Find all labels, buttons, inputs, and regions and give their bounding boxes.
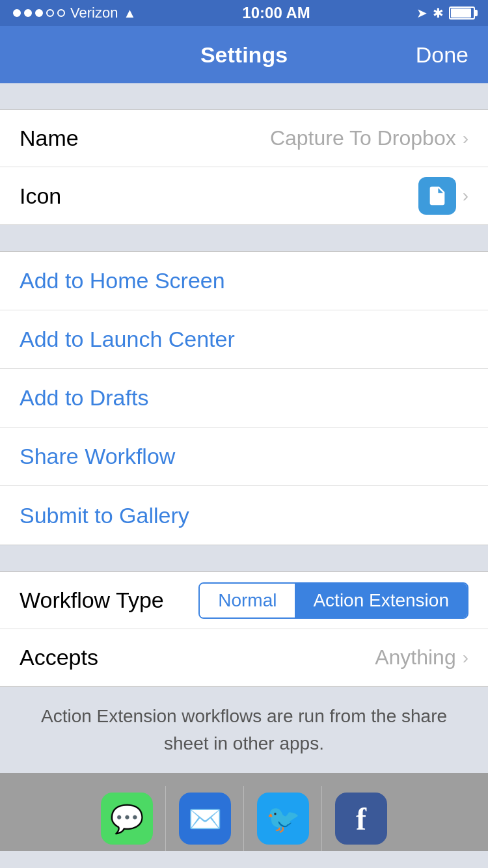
accepts-value-container: Anything › <box>375 645 468 670</box>
description-text: Action Extension workflows are run from … <box>0 687 488 773</box>
name-label: Name <box>20 126 79 151</box>
nav-title: Settings <box>200 42 288 68</box>
signal-dot-4 <box>46 9 54 17</box>
workflow-type-label: Workflow Type <box>20 588 164 613</box>
signal-dot-1 <box>13 9 21 17</box>
section-gap-1 <box>0 83 488 109</box>
share-sheet-preview: 💬 ✉️ 🐦 f <box>0 773 488 851</box>
share-workflow-label: Share Workflow <box>20 444 175 469</box>
done-button[interactable]: Done <box>416 42 468 68</box>
section-gap-3 <box>0 545 488 571</box>
share-icons-row: 💬 ✉️ 🐦 f <box>88 786 400 851</box>
add-to-drafts-label: Add to Drafts <box>20 385 148 411</box>
share-workflow-row[interactable]: Share Workflow <box>0 427 488 486</box>
add-to-home-screen-row[interactable]: Add to Home Screen <box>0 252 488 310</box>
name-value: Capture To Dropbox <box>270 126 456 150</box>
battery-fill <box>451 8 471 18</box>
status-right: ➤ ✱ <box>416 5 475 21</box>
add-to-launch-center-row[interactable]: Add to Launch Center <box>0 310 488 369</box>
signal-dot-2 <box>24 9 32 17</box>
signal-dots <box>13 9 65 17</box>
action-extension-segment-button[interactable]: Action Extension <box>295 584 467 617</box>
share-icon-twitter: 🐦 <box>244 786 322 851</box>
nav-bar: Settings Done <box>0 26 488 83</box>
signal-dot-5 <box>57 9 65 17</box>
submit-to-gallery-row[interactable]: Submit to Gallery <box>0 486 488 545</box>
name-value-container: Capture To Dropbox › <box>270 126 468 150</box>
messages-app-icon: 💬 <box>101 793 153 845</box>
signal-dot-3 <box>35 9 43 17</box>
bluetooth-icon: ✱ <box>433 5 444 21</box>
name-icon-section: Name Capture To Dropbox › Icon › <box>0 109 488 225</box>
section-gap-2 <box>0 225 488 251</box>
add-to-drafts-row[interactable]: Add to Drafts <box>0 369 488 427</box>
mail-icon-glyph: ✉️ <box>188 803 222 835</box>
name-chevron-icon: › <box>463 128 468 149</box>
mail-app-icon: ✉️ <box>179 793 231 845</box>
share-icon-messages: 💬 <box>88 786 166 851</box>
workflow-type-section: Workflow Type Normal Action Extension Ac… <box>0 571 488 687</box>
facebook-app-icon: f <box>335 793 387 845</box>
status-left: Verizon ▲ <box>13 5 136 21</box>
workflow-type-row: Workflow Type Normal Action Extension <box>0 572 488 629</box>
status-time: 10:00 AM <box>242 4 310 22</box>
wifi-icon: ▲ <box>123 6 136 21</box>
icon-label: Icon <box>20 183 61 209</box>
icon-chevron-icon: › <box>463 185 468 206</box>
workflow-type-segmented-control[interactable]: Normal Action Extension <box>198 582 468 619</box>
normal-segment-button[interactable]: Normal <box>200 584 295 617</box>
carrier-label: Verizon <box>70 5 118 21</box>
accepts-value: Anything <box>375 645 456 670</box>
icon-value-container: › <box>418 177 468 215</box>
submit-to-gallery-label: Submit to Gallery <box>20 503 189 528</box>
accepts-label: Accepts <box>20 645 98 670</box>
add-to-home-screen-label: Add to Home Screen <box>20 268 225 293</box>
location-icon: ➤ <box>416 5 427 21</box>
share-icon-facebook: f <box>322 786 400 851</box>
twitter-app-icon: 🐦 <box>257 793 309 845</box>
share-icon-mail: ✉️ <box>166 786 244 851</box>
add-to-launch-center-label: Add to Launch Center <box>20 327 235 352</box>
name-row[interactable]: Name Capture To Dropbox › <box>0 110 488 167</box>
accepts-chevron-icon: › <box>463 647 468 668</box>
icon-row[interactable]: Icon › <box>0 167 488 224</box>
status-bar: Verizon ▲ 10:00 AM ➤ ✱ <box>0 0 488 26</box>
battery-icon <box>449 7 475 20</box>
messages-icon-glyph: 💬 <box>110 803 144 835</box>
icon-preview <box>418 177 456 215</box>
document-icon <box>426 185 448 207</box>
twitter-icon-glyph: 🐦 <box>266 803 300 835</box>
actions-section: Add to Home Screen Add to Launch Center … <box>0 251 488 545</box>
accepts-row[interactable]: Accepts Anything › <box>0 629 488 686</box>
facebook-icon-glyph: f <box>356 801 366 837</box>
